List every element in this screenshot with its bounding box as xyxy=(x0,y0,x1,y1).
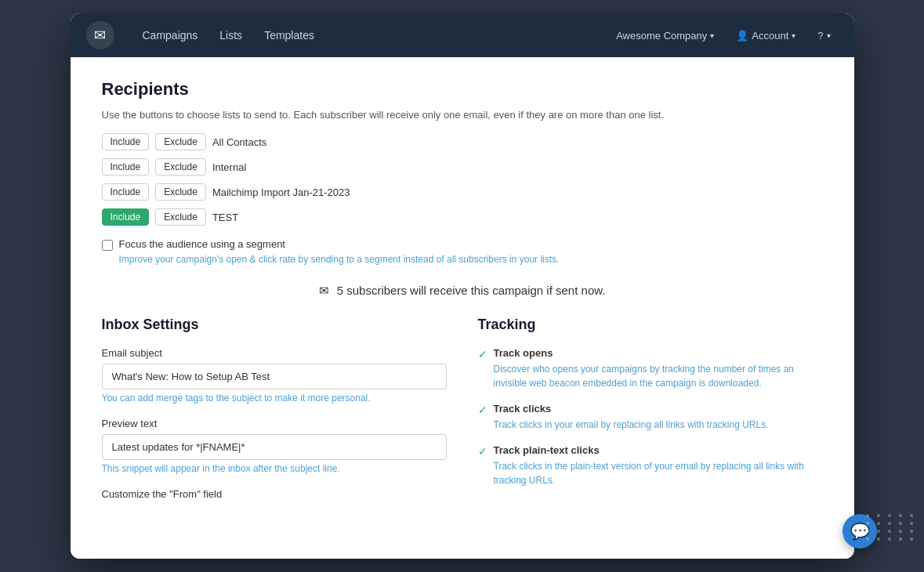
dot xyxy=(910,522,913,525)
two-col-layout: Inbox Settings Email subject You can add… xyxy=(102,317,823,514)
check-icon-plaintext: ✓ xyxy=(478,445,487,458)
dot xyxy=(877,514,880,517)
mail-icon: ✉ xyxy=(319,284,329,297)
dot xyxy=(910,538,913,541)
tracking-title: Tracking xyxy=(478,317,823,333)
dot xyxy=(877,530,880,533)
dot xyxy=(899,514,902,517)
nav-templates[interactable]: Templates xyxy=(255,24,324,46)
check-icon-clicks: ✓ xyxy=(478,404,487,416)
preview-text-label: Preview text xyxy=(102,418,447,429)
email-subject-group: Email subject You can add merge tags to … xyxy=(102,347,447,404)
company-menu[interactable]: Awesome Company ▾ xyxy=(608,25,722,46)
preview-text-input[interactable] xyxy=(102,434,447,460)
dot xyxy=(888,530,891,533)
dot xyxy=(888,538,891,541)
list-name-internal: Internal xyxy=(212,161,246,173)
include-button-all-contacts[interactable]: Include xyxy=(102,133,150,150)
logo-icon[interactable]: ✉ xyxy=(86,21,114,49)
preview-text-hint: This snippet will appear in the inbox af… xyxy=(102,463,447,474)
dot xyxy=(899,530,902,533)
navbar-nav: Campaigns Lists Templates xyxy=(133,24,324,46)
inbox-settings-section: Inbox Settings Email subject You can add… xyxy=(102,317,447,514)
recipients-title: Recipients xyxy=(102,79,823,100)
list-name-all-contacts: All Contacts xyxy=(212,136,266,148)
dot xyxy=(888,514,891,517)
navbar: ✉ Campaigns Lists Templates Awesome Comp… xyxy=(71,13,854,57)
dot xyxy=(899,522,902,525)
dot xyxy=(877,522,880,525)
tracking-opens-desc: Discover who opens your campaigns by tra… xyxy=(494,362,823,390)
dot xyxy=(866,522,869,525)
include-button-mailchimp[interactable]: Include xyxy=(102,183,150,201)
dot xyxy=(899,538,902,541)
list-name-mailchimp: Mailchimp Import Jan-21-2023 xyxy=(212,186,350,198)
tracking-clicks-label: Track clicks xyxy=(494,403,769,415)
tracking-plaintext-desc: Track clicks in the plain-text version o… xyxy=(494,459,823,487)
dots-decoration xyxy=(866,514,916,541)
from-field-group: Customize the "From" field xyxy=(102,488,447,500)
tracking-clicks: ✓ Track clicks Track clicks in your emai… xyxy=(478,403,823,432)
preview-text-group: Preview text This snippet will appear in… xyxy=(102,418,447,474)
navbar-left: ✉ Campaigns Lists Templates xyxy=(86,21,324,49)
dot xyxy=(888,522,891,525)
main-content: Recipients Use the buttons to choose lis… xyxy=(71,57,854,559)
tracking-section: Tracking ✓ Track opens Discover who open… xyxy=(478,317,823,514)
chevron-down-icon: ▾ xyxy=(710,31,714,40)
list-row-test: Include Exclude TEST xyxy=(102,208,823,226)
email-subject-label: Email subject xyxy=(102,347,447,359)
list-name-test: TEST xyxy=(212,212,238,223)
segment-label: Focus the audience using a segment xyxy=(119,238,285,250)
recipients-description: Use the buttons to choose lists to send … xyxy=(102,109,823,121)
tracking-plaintext-clicks: ✓ Track plain-text clicks Track clicks i… xyxy=(478,444,823,487)
chevron-down-icon: ▾ xyxy=(792,31,795,40)
chevron-down-icon: ▾ xyxy=(827,31,831,40)
email-subject-hint: You can add merge tags to the subject to… xyxy=(102,393,447,404)
subscriber-count: ✉ 5 subscribers will receive this campai… xyxy=(102,284,823,298)
segment-checkbox[interactable] xyxy=(102,240,113,251)
tracking-opens: ✓ Track opens Discover who opens your ca… xyxy=(478,347,823,390)
exclude-button-internal[interactable]: Exclude xyxy=(155,158,206,176)
inbox-settings-title: Inbox Settings xyxy=(102,317,447,333)
navbar-right: Awesome Company ▾ 👤 Account ▾ ? ▾ xyxy=(608,25,838,46)
tracking-opens-label: Track opens xyxy=(494,347,823,359)
subscriber-count-text: 5 subscribers will receive this campaign… xyxy=(337,284,606,297)
list-row-internal: Include Exclude Internal xyxy=(102,158,823,176)
email-subject-input[interactable] xyxy=(102,364,447,389)
list-row-all-contacts: Include Exclude All Contacts xyxy=(102,133,823,150)
tracking-clicks-desc: Track clicks in your email by replacing … xyxy=(494,418,769,432)
help-menu[interactable]: ? ▾ xyxy=(810,25,838,46)
include-button-internal[interactable]: Include xyxy=(102,158,150,176)
nav-lists[interactable]: Lists xyxy=(210,24,252,46)
dot xyxy=(866,530,869,533)
segment-hint: Improve your campaign's open & click rat… xyxy=(119,254,823,265)
dot xyxy=(910,530,913,533)
recipients-section: Recipients Use the buttons to choose lis… xyxy=(102,79,823,265)
dot xyxy=(910,514,913,517)
exclude-button-mailchimp[interactable]: Exclude xyxy=(155,183,206,201)
dot xyxy=(866,514,869,517)
exclude-button-test[interactable]: Exclude xyxy=(155,208,206,226)
account-icon: 👤 xyxy=(736,30,748,42)
from-field-label: Customize the "From" field xyxy=(102,488,447,500)
include-button-test[interactable]: Include xyxy=(102,208,150,226)
dot xyxy=(877,538,880,541)
dot xyxy=(866,538,869,541)
account-menu[interactable]: 👤 Account ▾ xyxy=(728,25,803,46)
segment-row: Focus the audience using a segment xyxy=(102,238,823,251)
list-row-mailchimp: Include Exclude Mailchimp Import Jan-21-… xyxy=(102,183,823,201)
nav-campaigns[interactable]: Campaigns xyxy=(133,24,208,46)
exclude-button-all-contacts[interactable]: Exclude xyxy=(155,133,206,150)
tracking-plaintext-label: Track plain-text clicks xyxy=(494,444,823,456)
check-icon-opens: ✓ xyxy=(478,348,487,360)
